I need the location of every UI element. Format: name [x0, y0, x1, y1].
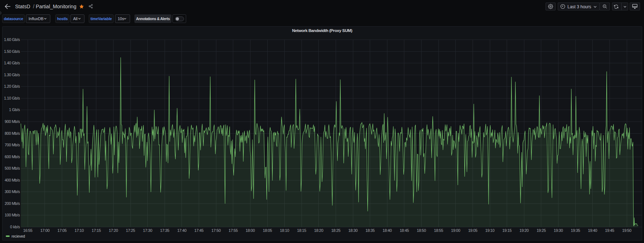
svg-text:600 Mb/s: 600 Mb/s [5, 155, 20, 159]
svg-text:16:55: 16:55 [23, 228, 33, 233]
svg-text:17:50: 17:50 [211, 228, 221, 233]
svg-text:19:35: 19:35 [571, 228, 580, 233]
svg-text:100 Mb/s: 100 Mb/s [5, 213, 20, 217]
svg-text:500 Mb/s: 500 Mb/s [5, 166, 20, 170]
svg-text:800 Mb/s: 800 Mb/s [5, 131, 20, 136]
svg-text:17:15: 17:15 [92, 228, 101, 233]
svg-text:19:25: 19:25 [537, 228, 546, 233]
svg-text:18:00: 18:00 [246, 228, 255, 233]
svg-text:19:40: 19:40 [588, 228, 597, 233]
svg-text:200 Mb/s: 200 Mb/s [5, 201, 20, 206]
svg-text:17:55: 17:55 [229, 228, 238, 233]
svg-text:1.40 Gb/s: 1.40 Gb/s [4, 61, 20, 65]
svg-text:900 Mb/s: 900 Mb/s [5, 119, 20, 124]
svg-text:1.60 Gb/s: 1.60 Gb/s [4, 37, 20, 42]
svg-text:19:00: 19:00 [451, 228, 460, 233]
svg-text:700 Mb/s: 700 Mb/s [5, 143, 20, 147]
svg-text:17:30: 17:30 [143, 228, 152, 233]
svg-text:18:05: 18:05 [263, 228, 272, 233]
svg-text:1.30 Gb/s: 1.30 Gb/s [4, 73, 20, 77]
svg-text:19:30: 19:30 [554, 228, 563, 233]
svg-text:17:25: 17:25 [126, 228, 135, 233]
svg-text:18:45: 18:45 [400, 228, 409, 233]
svg-text:18:20: 18:20 [314, 228, 323, 233]
svg-text:18:35: 18:35 [365, 228, 375, 233]
svg-text:18:10: 18:10 [280, 228, 289, 233]
svg-text:18:40: 18:40 [383, 228, 392, 233]
svg-text:19:10: 19:10 [485, 228, 494, 233]
svg-text:17:40: 17:40 [177, 228, 187, 233]
svg-text:0 kb/s: 0 kb/s [10, 225, 20, 229]
svg-text:18:50: 18:50 [417, 228, 426, 233]
svg-text:1 Gb/s: 1 Gb/s [9, 107, 20, 112]
svg-text:19:15: 19:15 [502, 228, 512, 233]
svg-text:400 Mb/s: 400 Mb/s [5, 178, 20, 182]
svg-text:17:05: 17:05 [58, 228, 67, 233]
svg-text:1.50 Gb/s: 1.50 Gb/s [4, 49, 20, 54]
svg-text:19:20: 19:20 [520, 228, 529, 233]
svg-text:18:55: 18:55 [434, 228, 443, 233]
svg-text:17:35: 17:35 [160, 228, 170, 233]
svg-text:19:05: 19:05 [468, 228, 478, 233]
svg-text:1.10 Gb/s: 1.10 Gb/s [4, 96, 20, 100]
svg-text:17:00: 17:00 [40, 228, 50, 233]
svg-text:1.20 Gb/s: 1.20 Gb/s [4, 84, 20, 88]
svg-text:18:25: 18:25 [331, 228, 341, 233]
svg-text:18:15: 18:15 [297, 228, 306, 233]
svg-text:18:30: 18:30 [348, 228, 358, 233]
svg-text:300 Mb/s: 300 Mb/s [5, 189, 20, 194]
svg-text:17:10: 17:10 [74, 228, 84, 233]
svg-text:19:45: 19:45 [605, 228, 615, 233]
svg-text:17:20: 17:20 [109, 228, 118, 233]
svg-text:17:45: 17:45 [194, 228, 204, 233]
svg-text:19:50: 19:50 [622, 228, 631, 233]
